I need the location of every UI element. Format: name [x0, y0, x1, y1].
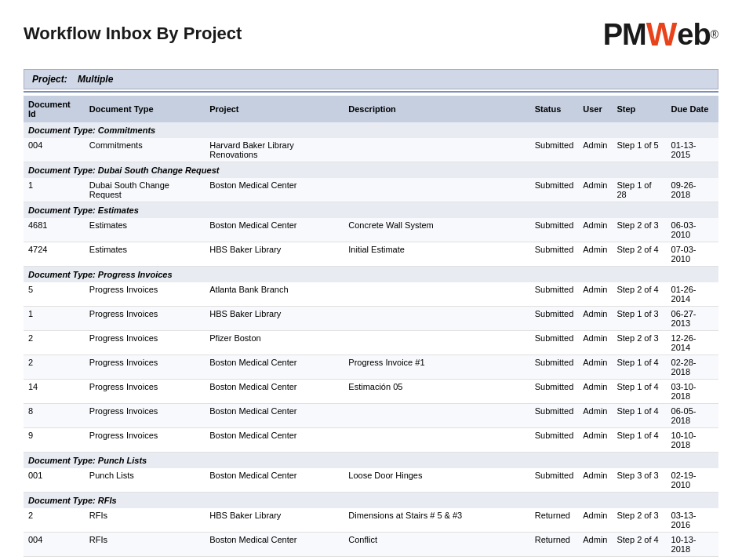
cell-status: Submitted	[530, 307, 579, 331]
cell-project: Boston Medical Center	[205, 533, 344, 557]
table-row[interactable]: 1Progress InvoicesHBS Baker LibrarySubmi…	[24, 307, 718, 331]
cell-step: Step 1 of 4	[612, 380, 666, 404]
cell-id: 4724	[24, 242, 85, 267]
cell-description	[344, 331, 529, 355]
table-header-row: Document Id Document Type Project Descri…	[24, 96, 718, 122]
cell-user: Admin	[578, 331, 612, 355]
cell-project: Boston Medical Center	[205, 428, 344, 453]
table-row[interactable]: 004CommitmentsHarvard Baker Library Reno…	[24, 138, 718, 162]
cell-project: Atlanta Bank Branch	[205, 282, 344, 307]
table-row[interactable]: 001Punch ListsBoston Medical CenterLoose…	[24, 468, 718, 493]
table-row[interactable]: 004RFIsBoston Medical CenterConflictRetu…	[24, 533, 718, 557]
cell-project: Boston Medical Center	[205, 468, 344, 493]
section-header-row: Document Type: Estimates	[24, 202, 718, 219]
cell-step: Step 2 of 3	[612, 331, 666, 355]
cell-user: Admin	[578, 178, 612, 202]
project-value: Multiple	[78, 74, 113, 85]
table-row[interactable]: 14Progress InvoicesBoston Medical Center…	[24, 380, 718, 404]
cell-due_date: 06-03-2010	[667, 218, 718, 242]
cell-due_date: 04-12-2016	[667, 557, 718, 561]
cell-description: Progress Invoice #1	[344, 355, 529, 380]
cell-type: Progress Invoices	[85, 380, 205, 404]
cell-step: Step 1 of 3	[612, 307, 666, 331]
col-header-user: User	[578, 96, 612, 122]
cell-step: Step 1 of 4	[612, 404, 666, 428]
cell-project: Boston Medical Center	[205, 404, 344, 428]
cell-description: Dimensions at Stairs # 5 & #3	[344, 508, 529, 533]
logo-suffix: eb	[677, 18, 710, 52]
table-row[interactable]: 1Dubai South Change RequestBoston Medica…	[24, 178, 718, 202]
table-row[interactable]: 4724EstimatesHBS Baker LibraryInitial Es…	[24, 242, 718, 267]
cell-due_date: 02-28-2018	[667, 355, 718, 380]
section-header-row: Document Type: Commitments	[24, 122, 718, 138]
cell-project: Boston Medical Center	[205, 355, 344, 380]
cell-type: Estimates	[85, 242, 205, 267]
cell-project: Boston Medical Center	[205, 557, 344, 561]
cell-type: RFIs	[85, 533, 205, 557]
cell-description: Concrete Wall System	[344, 218, 529, 242]
cell-type: Dubai South Change Request	[85, 178, 205, 202]
cell-description: Conflict	[344, 533, 529, 557]
table-row[interactable]: 2Progress InvoicesBoston Medical CenterP…	[24, 355, 718, 380]
cell-status: Submitted	[530, 557, 579, 561]
cell-description: Loose Door Hinges	[344, 468, 529, 493]
cell-id: 001	[24, 468, 85, 493]
table-row[interactable]: 5Progress InvoicesAtlanta Bank BranchSub…	[24, 282, 718, 307]
cell-status: Submitted	[530, 355, 579, 380]
cell-step: Step 2 of 4	[612, 242, 666, 267]
cell-description	[344, 307, 529, 331]
table-row[interactable]: 9Progress InvoicesBoston Medical CenterS…	[24, 428, 718, 453]
col-header-description: Description	[344, 96, 529, 122]
cell-type: Punch Lists	[85, 468, 205, 493]
table-row[interactable]: 8Progress InvoicesBoston Medical CenterS…	[24, 404, 718, 428]
cell-status: Submitted	[530, 380, 579, 404]
cell-type: Progress Invoices	[85, 428, 205, 453]
logo-slash: W	[646, 16, 678, 53]
cell-id: 5	[24, 282, 85, 307]
cell-id: 1	[24, 178, 85, 202]
cell-status: Submitted	[530, 468, 579, 493]
table-row[interactable]: 4681EstimatesBoston Medical CenterConcre…	[24, 218, 718, 242]
cell-type: Estimates	[85, 218, 205, 242]
cell-due_date: 06-05-2018	[667, 404, 718, 428]
table-row[interactable]: 006RFIsBoston Medical CenterPurchase Ord…	[24, 557, 718, 561]
cell-step: Step 2 of 4	[612, 557, 666, 561]
logo-prefix: PM	[603, 18, 646, 52]
cell-user: Admin	[578, 404, 612, 428]
cell-user: Admin	[578, 355, 612, 380]
col-header-step: Step	[612, 96, 666, 122]
cell-status: Submitted	[530, 138, 579, 162]
col-header-type: Document Type	[85, 96, 205, 122]
cell-id: 14	[24, 380, 85, 404]
cell-step: Step 2 of 4	[612, 533, 666, 557]
cell-project: HBS Baker Library	[205, 508, 344, 533]
cell-user: Admin	[578, 282, 612, 307]
section-header-row: Document Type: Punch Lists	[24, 453, 718, 469]
cell-status: Submitted	[530, 331, 579, 355]
cell-description	[344, 282, 529, 307]
cell-step: Step 1 of 4	[612, 355, 666, 380]
table-row[interactable]: 2Progress InvoicesPfizer BostonSubmitted…	[24, 331, 718, 355]
cell-user: Admin	[578, 508, 612, 533]
cell-id: 8	[24, 404, 85, 428]
project-bar: Project: Multiple	[24, 69, 718, 89]
cell-user: Admin	[578, 533, 612, 557]
divider	[24, 91, 718, 93]
logo-registered: ®	[711, 28, 718, 41]
cell-description: Initial Estimate	[344, 242, 529, 267]
cell-project: HBS Baker Library	[205, 307, 344, 331]
cell-due_date: 01-26-2014	[667, 282, 718, 307]
cell-type: RFIs	[85, 508, 205, 533]
project-label: Project:	[32, 74, 67, 85]
cell-step: Step 2 of 3	[612, 218, 666, 242]
cell-user: Admin	[578, 218, 612, 242]
cell-step: Step 3 of 3	[612, 468, 666, 493]
page-container: Workflow Inbox By Project PM W eb ® Proj…	[0, 0, 742, 560]
logo: PM W eb ®	[603, 16, 718, 53]
cell-type: Progress Invoices	[85, 307, 205, 331]
cell-status: Submitted	[530, 242, 579, 267]
cell-status: Submitted	[530, 178, 579, 202]
table-row[interactable]: 2RFIsHBS Baker LibraryDimensions at Stai…	[24, 508, 718, 533]
cell-project: Boston Medical Center	[205, 178, 344, 202]
page-title: Workflow Inbox By Project	[24, 24, 242, 44]
